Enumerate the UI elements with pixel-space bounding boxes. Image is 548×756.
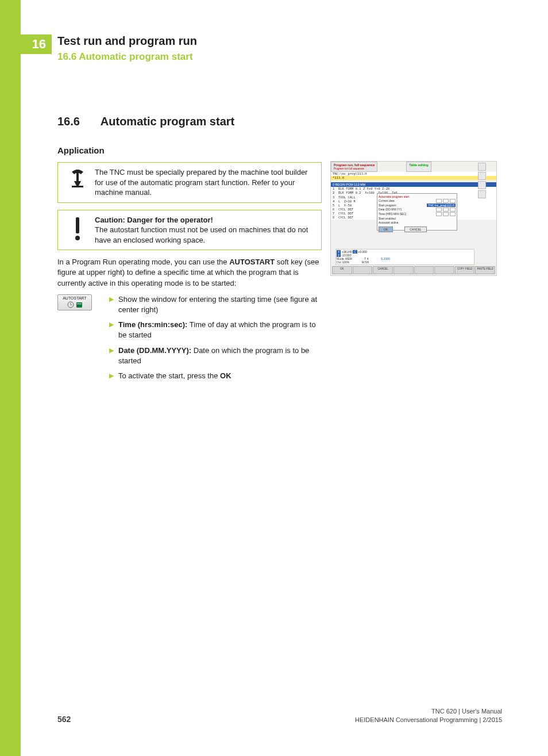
bullet-text: Date (DD.MM.YYYY): Date on which the pro… xyxy=(118,346,322,366)
sk-blank[interactable] xyxy=(353,266,373,274)
dlg-row: Date (DD.MM.YY) xyxy=(379,208,402,212)
list-item: ▶ Time (hrs:min:sec): Time of day at whi… xyxy=(109,320,322,340)
triangle-icon: ▶ xyxy=(109,294,118,315)
subheading-application: Application xyxy=(57,145,322,155)
softkey-icons xyxy=(67,301,83,308)
triangle-icon: ▶ xyxy=(109,320,118,340)
chapter-title: Test run and program run xyxy=(57,34,197,48)
autostart-softkey[interactable]: AUTOSTART xyxy=(57,294,92,310)
softkey-row: OK CANCEL COPY FIELD PASTE FIELD xyxy=(332,266,495,274)
status-s: S 2000 xyxy=(381,257,390,260)
status-c: +0.000 xyxy=(358,250,366,254)
footer-line1: TNC 620 | User's Manual xyxy=(355,707,502,715)
side-accent xyxy=(0,0,21,756)
chapter-number: 16 xyxy=(32,37,46,52)
ss-right-toolbar xyxy=(478,163,495,198)
note-text: The TNC must be specially prepared by th… xyxy=(91,167,315,198)
gear-icon[interactable] xyxy=(478,163,486,171)
sk-blank[interactable] xyxy=(434,266,454,274)
ss-yellow-line: *113.H xyxy=(331,176,496,180)
section-heading: 16.6 Automatic program start xyxy=(57,115,322,128)
caution-box: Caution: Danger for the operator! The au… xyxy=(57,210,322,251)
clock-icon xyxy=(67,301,74,308)
svg-rect-3 xyxy=(72,186,83,187)
caution-body: The autostart function must not be used … xyxy=(95,225,308,244)
ss-tabbar: Program run, full sequence Program run f… xyxy=(331,162,496,172)
svg-point-5 xyxy=(75,236,80,240)
softkey-label: AUTOSTART xyxy=(63,296,87,300)
svg-marker-2 xyxy=(74,181,81,186)
dialog-ok-button[interactable]: OK xyxy=(379,227,393,232)
bullet-bold: OK xyxy=(220,371,231,380)
ss-path: TNC:\nc_prog\113.H xyxy=(331,172,496,176)
section-number: 16.6 xyxy=(57,115,98,128)
svg-rect-4 xyxy=(76,217,79,233)
bullet-block: AUTOSTART ▶ Show the window for entering… xyxy=(57,294,322,386)
footer-right: TNC 620 | User's Manual HEIDENHAIN Conve… xyxy=(355,707,502,724)
sk-blank[interactable] xyxy=(393,266,414,274)
dlg-row: Autostart active xyxy=(379,221,398,224)
status-bar: X +38.240 C +0.000 Z -10.000 Mode: MEM T… xyxy=(335,249,474,265)
nc-line: 1 BLK FORM 0.1 Z X+0 Y+0 Z-20 xyxy=(331,187,496,191)
status-m: M 5/9 xyxy=(362,260,369,264)
bullet-bold: Time (hrs:min:sec): xyxy=(118,320,187,329)
axis-icon[interactable] xyxy=(478,190,486,198)
dialog-cancel-button[interactable]: CANCEL xyxy=(404,227,426,232)
tab-table-editing[interactable]: Table editing xyxy=(406,162,431,172)
p-bold: AUTOSTART xyxy=(229,258,275,266)
svg-rect-7 xyxy=(76,302,82,308)
dlg-row: Start program xyxy=(379,204,396,207)
sk-paste[interactable]: PASTE FIELD xyxy=(475,266,495,274)
bullet-bold: Date (DD.MM.YYYY): xyxy=(118,346,191,355)
section-title: Automatic program start xyxy=(101,115,234,128)
autostart-dialog: Automatic program start Current date Sta… xyxy=(377,193,457,231)
chapter-tab: 16 xyxy=(0,34,52,54)
bullet-list: ▶ Show the window for entering the start… xyxy=(109,294,322,386)
calendar-icon xyxy=(76,301,83,308)
tool2-icon[interactable] xyxy=(478,181,486,189)
list-item: ▶ Show the window for entering the start… xyxy=(109,294,322,315)
dlg-row: Time (HRS:MIN:SEC) xyxy=(379,212,406,216)
tab-sub: Program run full sequence xyxy=(334,167,364,170)
triangle-icon: ▶ xyxy=(109,346,118,366)
bullet-text: Show the window for entering the startin… xyxy=(118,294,322,315)
list-item: ▶ To activate the start, press the OK xyxy=(109,371,322,381)
tab-label: Program run, full sequence xyxy=(334,163,375,167)
sk-copy[interactable]: COPY FIELD xyxy=(455,266,475,274)
caution-text: Caution: Danger for the operator! The au… xyxy=(91,215,315,245)
bullet-text: Time (hrs:min:sec): Time of day at which… xyxy=(118,320,322,340)
caution-title: Caution: Danger for the operator! xyxy=(95,216,213,224)
dialog-title: Automatic program start xyxy=(379,195,456,198)
sk-cancel[interactable]: CANCEL xyxy=(373,266,393,274)
exclamation-icon xyxy=(64,215,91,245)
softkey-column: AUTOSTART xyxy=(57,294,109,386)
section-subtitle: 16.6 Automatic program start xyxy=(57,51,197,63)
tab-program-run[interactable]: Program run, full sequence Program run f… xyxy=(331,162,377,172)
tool-icon[interactable] xyxy=(478,172,486,180)
triangle-icon: ▶ xyxy=(109,371,118,381)
footer-line2: HEIDENHAIN Conversational Programming | … xyxy=(355,716,502,724)
intro-paragraph: In a Program Run operating mode, you can… xyxy=(57,257,322,289)
bullet-rest: To activate the start, press the xyxy=(118,371,220,380)
running-header: Test run and program run 16.6 Automatic … xyxy=(57,34,197,63)
tnc-screenshot: Program run, full sequence Program run f… xyxy=(330,161,497,276)
dlg-highlight: TNC:\nc_prog\113.H xyxy=(427,204,456,207)
status-ovr: Ovr 100% xyxy=(337,260,349,264)
page-number: 562 xyxy=(57,715,71,724)
dlg-row: Start enabled xyxy=(379,217,396,220)
machine-icon xyxy=(64,167,91,198)
list-item: ▶ Date (DD.MM.YYYY): Date on which the p… xyxy=(109,346,322,366)
sk-blank[interactable] xyxy=(414,266,434,274)
page-footer: 562 TNC 620 | User's Manual HEIDENHAIN C… xyxy=(57,707,502,724)
dlg-row: Current date xyxy=(379,199,395,203)
p-text: In a Program Run operating mode, you can… xyxy=(57,258,229,266)
sk-ok[interactable]: OK xyxy=(332,266,352,274)
program-header: 0 BEGIN PGM 113 MM xyxy=(331,182,496,187)
svg-rect-1 xyxy=(76,173,79,181)
note-machine-manual: The TNC must be specially prepared by th… xyxy=(57,162,322,203)
bullet-text: To activate the start, press the OK xyxy=(118,371,322,381)
main-content: 16.6 Automatic program start Application… xyxy=(57,115,322,390)
svg-rect-8 xyxy=(77,304,82,304)
